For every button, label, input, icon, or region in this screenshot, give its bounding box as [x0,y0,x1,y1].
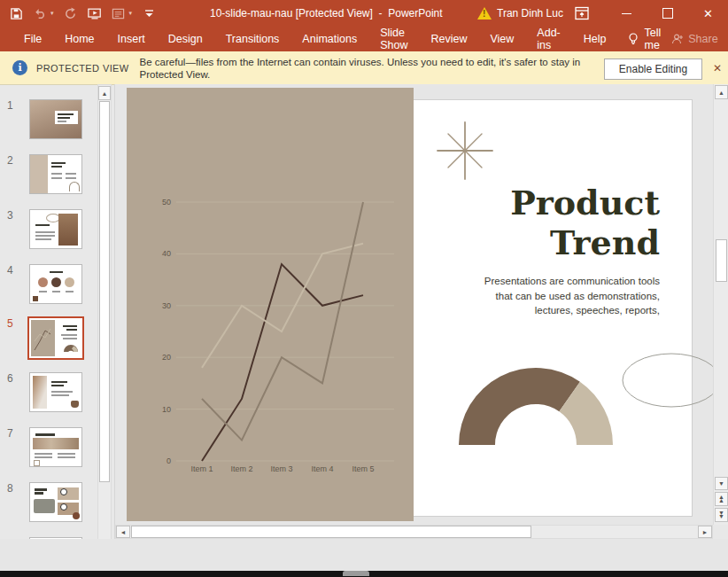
undo-icon[interactable] [33,6,47,20]
slide-title[interactable]: Product Trend [510,183,660,262]
close-icon: ✕ [703,7,713,20]
tab-insert[interactable]: Insert [106,27,157,51]
slide-thumbnail-8[interactable] [29,482,82,522]
tell-me-button[interactable]: Tell me [617,27,671,51]
slide-number-7: 7 [7,427,21,440]
svg-text:40: 40 [162,249,171,258]
lightbulb-icon [628,33,639,46]
arch-shape [447,355,624,448]
previous-slide-icon: ▲▲ [718,495,724,503]
share-button[interactable]: Share [671,33,717,45]
slide-thumbnail-7[interactable] [29,427,82,467]
svg-text:10: 10 [162,405,171,414]
tab-design[interactable]: Design [157,27,214,51]
save-icon[interactable] [9,6,23,20]
protected-view-message: Be careful—files from the Internet can c… [140,56,618,81]
slide-number-1: 1 [7,99,21,112]
tab-animations[interactable]: Animations [290,27,368,51]
slide-number-3: 3 [7,209,21,222]
previous-slide-button[interactable]: ▲▲ [715,492,728,506]
window-title: 10-slide-mau-nau [Protected View] - Powe… [210,0,443,27]
slide-content-panel[interactable]: Product Trend Presentations are communic… [414,99,693,517]
ribbon-display-options-icon[interactable] [575,6,589,20]
maximize-icon [662,8,673,19]
warning-icon: ! [477,7,492,19]
svg-text:20: 20 [162,353,171,362]
scroll-left-button[interactable]: ◄ [116,526,130,538]
slide-number-2: 2 [7,154,21,167]
horizontal-scrollbar[interactable]: ◄ ► [115,525,713,539]
sparkle-star-icon [437,121,493,180]
next-slide-button[interactable]: ▼▼ [715,508,728,522]
slide-number-8: 8 [7,482,21,495]
enable-editing-button[interactable]: Enable Editing [604,58,702,80]
svg-text:Item 3: Item 3 [270,464,292,473]
maximize-button[interactable] [647,0,687,27]
slide-number-5: 5 [7,317,21,330]
powerpoint-window: ▾ ▾ 10-slide-mau-nau [Protected View] - … [0,0,728,577]
user-name: Tran Dinh Luc [497,7,563,19]
svg-text:Item 4: Item 4 [311,464,333,473]
account-button[interactable]: ! Tran Dinh Luc [477,0,563,27]
scroll-down-button[interactable]: ▼ [715,477,728,490]
thumbnail-scrollbar-thumb[interactable] [99,101,110,482]
svg-text:50: 50 [162,198,171,207]
undo-dropdown-icon[interactable]: ▾ [50,10,54,17]
tab-file[interactable]: File [12,27,53,51]
close-button[interactable]: ✕ [688,0,728,27]
tab-add-ins[interactable]: Add-ins [525,27,571,51]
next-slide-icon: ▼▼ [718,511,724,519]
svg-text:Item 5: Item 5 [352,464,374,473]
slide-body-text[interactable]: Presentations are communication tools th… [484,274,660,318]
tab-slide-show[interactable]: Slide Show [368,27,419,51]
svg-text:30: 30 [162,301,171,310]
minimize-icon [622,13,631,14]
vertical-scrollbar[interactable]: ▲ ▼ ▲▲ ▼▼ [713,84,728,525]
slide-view-icon[interactable] [112,6,126,20]
share-person-icon [671,33,684,45]
slide-thumbnail-3[interactable] [29,209,82,249]
line-chart[interactable]: 01020304050Item 1Item 2Item 3Item 4Item … [127,88,414,521]
slide-thumbnail-2[interactable] [29,154,82,194]
svg-text:0: 0 [167,456,171,465]
customize-quick-access-toolbar-icon[interactable] [142,6,156,20]
scroll-right-button[interactable]: ► [698,526,712,538]
minimize-button[interactable] [607,0,647,27]
thumbnail-scroll-up-button[interactable]: ▲ [98,86,111,100]
quick-access-toolbar: ▾ ▾ [9,0,156,27]
horizontal-scrollbar-thumb[interactable] [131,526,531,538]
title-bar: ▾ ▾ 10-slide-mau-nau [Protected View] - … [0,0,728,27]
slide-thumbnail-4[interactable] [29,264,82,304]
info-shield-icon: i [12,60,27,75]
slide-thumbnail-1[interactable] [29,99,82,139]
scroll-up-icon: ▲ [718,90,724,96]
slide-thumbnail-5[interactable] [27,316,84,360]
taskbar-notch [343,571,369,576]
banner-close-button[interactable]: ✕ [709,60,725,76]
scroll-right-icon: ► [702,529,709,535]
scroll-left-icon: ◄ [120,529,127,535]
thumbnail-scrollbar[interactable]: ▲ ▼ [97,84,112,572]
slide-view-dropdown-icon[interactable]: ▾ [129,10,133,17]
ribbon-tab-bar: File Home Insert Design Transitions Anim… [0,27,728,51]
redo-icon[interactable] [64,6,78,20]
vertical-scrollbar-thumb[interactable] [716,239,727,282]
scroll-up-button[interactable]: ▲ [715,85,728,99]
slide-number-4: 4 [7,264,21,277]
banner-close-icon: ✕ [713,62,722,74]
start-from-beginning-icon[interactable] [88,6,102,20]
slide-chart-panel[interactable]: 01020304050Item 1Item 2Item 3Item 4Item … [127,88,414,521]
tab-home[interactable]: Home [53,27,105,51]
scroll-up-icon: ▲ [102,90,108,97]
tab-help[interactable]: Help [572,27,618,51]
status-bar [0,539,728,571]
svg-text:Item 2: Item 2 [230,464,252,473]
tab-view[interactable]: View [478,27,525,51]
tab-review[interactable]: Review [419,27,478,51]
scroll-down-icon: ▼ [718,480,724,487]
tab-transitions[interactable]: Transitions [214,27,291,51]
slide-thumbnail-6[interactable] [29,372,82,412]
svg-text:Item 1: Item 1 [190,464,213,473]
slide-number-6: 6 [7,372,21,385]
protected-view-label: PROTECTED VIEW [36,63,129,74]
